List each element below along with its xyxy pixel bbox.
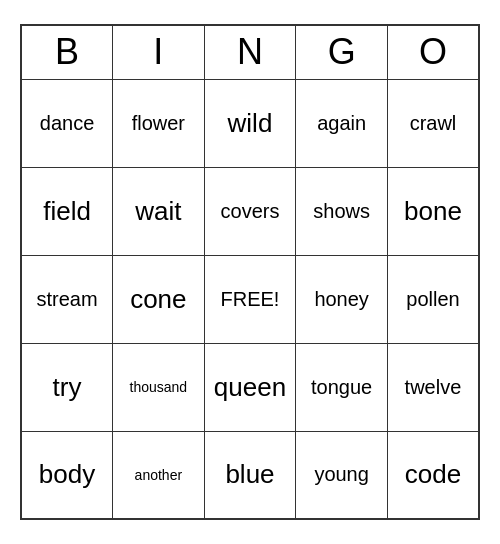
cell-text: twelve — [405, 376, 462, 399]
cell-text: cone — [130, 284, 186, 315]
bingo-cell-2-0: stream — [21, 255, 113, 343]
cell-text: bone — [404, 196, 462, 227]
cell-text: crawl — [410, 112, 457, 135]
bingo-cell-3-0: try — [21, 343, 113, 431]
bingo-cell-4-4: code — [387, 431, 479, 519]
bingo-cell-1-1: wait — [113, 167, 205, 255]
bingo-row: trythousandqueentonguetwelve — [21, 343, 479, 431]
bingo-cell-0-4: crawl — [387, 79, 479, 167]
cell-text: body — [39, 459, 95, 490]
bingo-row: streamconeFREE!honeypollen — [21, 255, 479, 343]
cell-text: pollen — [406, 288, 459, 311]
cell-text: covers — [221, 200, 280, 223]
cell-text: honey — [314, 288, 369, 311]
header-letter-b: B — [21, 25, 113, 79]
bingo-cell-2-4: pollen — [387, 255, 479, 343]
cell-text: wild — [228, 108, 273, 139]
cell-text: queen — [214, 372, 286, 403]
header-letter-g: G — [296, 25, 388, 79]
cell-text: flower — [132, 112, 185, 135]
bingo-row: fieldwaitcoversshowsbone — [21, 167, 479, 255]
bingo-cell-0-3: again — [296, 79, 388, 167]
cell-text: dance — [40, 112, 95, 135]
bingo-cell-0-1: flower — [113, 79, 205, 167]
cell-text: blue — [225, 459, 274, 490]
bingo-row: danceflowerwildagaincrawl — [21, 79, 479, 167]
cell-text: shows — [313, 200, 370, 223]
cell-text: wait — [135, 196, 181, 227]
header-row: BINGO — [21, 25, 479, 79]
bingo-cell-3-2: queen — [204, 343, 296, 431]
cell-text: FREE! — [221, 288, 280, 311]
cell-text: again — [317, 112, 366, 135]
bingo-cell-4-3: young — [296, 431, 388, 519]
cell-text: thousand — [130, 379, 188, 395]
bingo-card: BINGO danceflowerwildagaincrawlfieldwait… — [20, 24, 480, 520]
cell-text: another — [135, 467, 182, 483]
bingo-cell-2-2: FREE! — [204, 255, 296, 343]
header-letter-i: I — [113, 25, 205, 79]
bingo-cell-2-3: honey — [296, 255, 388, 343]
cell-text: code — [405, 459, 461, 490]
bingo-cell-1-4: bone — [387, 167, 479, 255]
header-letter-n: N — [204, 25, 296, 79]
bingo-cell-3-1: thousand — [113, 343, 205, 431]
bingo-cell-3-4: twelve — [387, 343, 479, 431]
bingo-cell-3-3: tongue — [296, 343, 388, 431]
cell-text: young — [314, 463, 369, 486]
bingo-cell-1-3: shows — [296, 167, 388, 255]
bingo-cell-4-0: body — [21, 431, 113, 519]
cell-text: field — [43, 196, 91, 227]
bingo-cell-1-0: field — [21, 167, 113, 255]
cell-text: tongue — [311, 376, 372, 399]
bingo-cell-4-1: another — [113, 431, 205, 519]
bingo-cell-4-2: blue — [204, 431, 296, 519]
header-letter-o: O — [387, 25, 479, 79]
bingo-cell-2-1: cone — [113, 255, 205, 343]
cell-text: stream — [36, 288, 97, 311]
cell-text: try — [53, 372, 82, 403]
bingo-cell-0-0: dance — [21, 79, 113, 167]
bingo-cell-0-2: wild — [204, 79, 296, 167]
bingo-row: bodyanotherblueyoungcode — [21, 431, 479, 519]
bingo-cell-1-2: covers — [204, 167, 296, 255]
